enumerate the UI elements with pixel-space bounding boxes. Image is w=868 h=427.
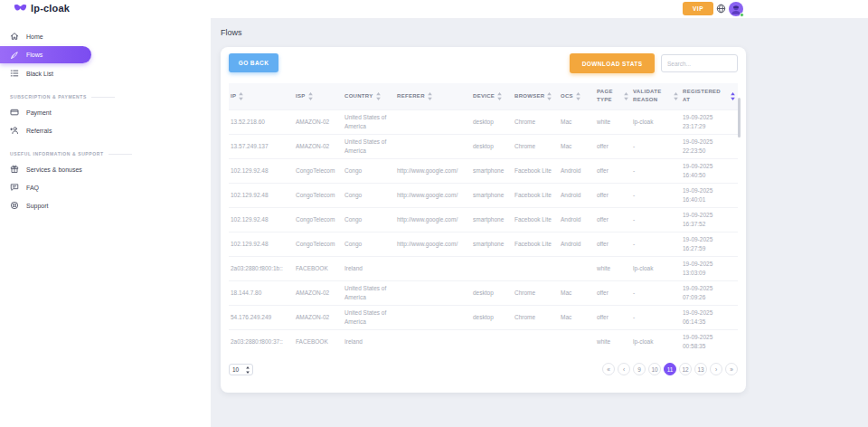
cell-ocs [559,329,595,354]
column-header-referer[interactable]: REFERER [395,83,471,109]
cell-country: Congo [343,183,395,207]
cell-validate-reason: - [631,207,681,232]
referrals-icon [10,126,19,135]
sort-icon[interactable] [308,92,313,100]
cell-device [471,329,513,354]
cell-page-type: offer [595,183,631,207]
column-header-device[interactable]: DEVICE [471,83,513,109]
sidebar-section-title: Useful information & support [10,151,211,157]
cell-registered-at: 19-09-2025 16:40:01 [681,183,738,207]
page-next-button[interactable]: › [710,363,722,375]
page-button-10[interactable]: 10 [648,363,661,375]
cell-device: smartphone [471,183,513,207]
cell-validate-reason: - [631,158,681,183]
sort-icon[interactable] [497,92,502,100]
go-back-button[interactable]: GO BACK [229,53,278,72]
column-header-browser[interactable]: BROWSER [513,83,559,109]
page-button-13[interactable]: 13 [694,363,707,375]
sort-icon[interactable] [576,92,580,100]
sidebar-item-referrals[interactable]: Referrals [0,121,211,139]
table-row: 102.129.92.48CongoTelecomCongohttp://www… [229,183,738,207]
column-header-isp[interactable]: ISP [294,83,343,109]
sort-icon[interactable] [428,92,432,100]
column-header-country[interactable]: COUNTRY [343,83,395,109]
sidebar-item-payment[interactable]: Payment [0,103,211,121]
sidebar-item-flows[interactable]: Flows [0,46,91,63]
home-icon [10,32,19,41]
sidebar-item-label: Black List [26,71,53,77]
cell-referer [395,280,471,305]
sidebar-item-label: FAQ [26,185,39,191]
topbar: lp-cloak VIP [0,0,868,18]
sidebar-item-support[interactable]: Support [0,196,211,214]
column-header-ocs[interactable]: OCS [559,83,595,109]
avatar[interactable] [729,2,743,16]
page-size-select[interactable]: 10 [229,364,253,375]
cell-country: United States of America [343,305,395,329]
cell-browser: Chrome [513,305,559,329]
flows-card: GO BACK DOWNLOAD STATS IPISPCOUNTRYREFER… [221,47,746,393]
faq-icon [10,183,19,192]
cell-validate-reason: - [631,134,681,158]
page-button-9[interactable]: 9 [633,363,646,375]
sort-icon[interactable] [376,92,381,100]
sort-icon[interactable] [731,92,735,100]
page-button-12[interactable]: 12 [679,363,692,375]
cell-ip: 102.129.92.48 [229,207,294,232]
cell-referer: http://www.google.com/ [395,158,471,183]
sort-icon[interactable] [239,92,243,100]
cell-isp: AMAZON-02 [294,305,343,329]
cell-ip: 102.129.92.48 [229,158,294,183]
cell-browser [513,256,559,280]
page-last-button[interactable]: » [725,363,738,375]
cell-browser: Chrome [513,134,559,158]
column-header-validate-reason[interactable]: VALIDATE REASON [631,83,681,109]
cell-page-type: offer [595,134,631,158]
table-row: 54.176.249.249AMAZON-02United States of … [229,305,738,329]
sort-icon[interactable] [674,92,678,100]
cell-ip: 54.176.249.249 [229,305,294,329]
page-button-11[interactable]: 11 [664,363,676,375]
cell-validate-reason: - [631,183,681,207]
cell-validate-reason: lp-cloak [631,256,681,280]
page-prev-button[interactable]: ‹ [618,363,630,375]
cell-ip: 13.52.218.60 [229,109,294,134]
sort-icon[interactable] [624,92,628,100]
sidebar-item-services-bonuses[interactable]: Services & bonuses [0,160,211,178]
cell-page-type: white [595,329,631,354]
column-header-ip[interactable]: IP [229,83,294,109]
cell-registered-at: 19-09-2025 16:27:59 [681,232,738,256]
search-input[interactable] [661,54,738,72]
download-stats-button[interactable]: DOWNLOAD STATS [570,53,655,73]
column-header-page-type[interactable]: PAGE TYPE [595,83,631,109]
globe-icon[interactable] [716,4,726,14]
cell-browser: Facebook Lite [513,207,559,232]
table-row: 13.52.218.60AMAZON-02United States of Am… [229,109,738,134]
cell-registered-at: 19-09-2025 07:09:26 [681,280,738,305]
sidebar-item-home[interactable]: Home [0,27,211,45]
sidebar-item-black-list[interactable]: Black List [0,64,211,82]
cell-registered-at: 19-09-2025 00:58:35 [681,329,738,354]
vip-button[interactable]: VIP [683,2,713,15]
table-row: 102.129.92.48CongoTelecomCongohttp://www… [229,232,738,256]
column-header-registered-at[interactable]: REGISTERED AT [681,83,738,109]
sort-icon[interactable] [547,92,552,100]
cell-country: United States of America [343,109,395,134]
table-scrollbar[interactable] [738,98,741,138]
cell-ocs: Mac [559,109,595,134]
support-icon [10,201,19,210]
cell-ip: 102.129.92.48 [229,183,294,207]
cell-isp: AMAZON-02 [294,109,343,134]
cell-isp: FACEBOOK [294,256,343,280]
sidebar-item-faq[interactable]: FAQ [0,178,211,196]
sidebar: HomeFlowsBlack List Subscription & Payme… [0,18,211,427]
logo: lp-cloak [14,3,70,14]
cell-registered-at: 19-09-2025 13:03:09 [681,256,738,280]
cell-ocs: Mac [559,305,595,329]
cell-ip: 102.129.92.48 [229,232,294,256]
page-first-button[interactable]: « [602,363,615,375]
flows-icon [10,51,19,60]
sidebar-item-label: Payment [26,109,52,116]
cell-ip: 2a03:2880:f800:37:: [229,329,294,354]
sidebar-item-label: Support [26,203,49,209]
